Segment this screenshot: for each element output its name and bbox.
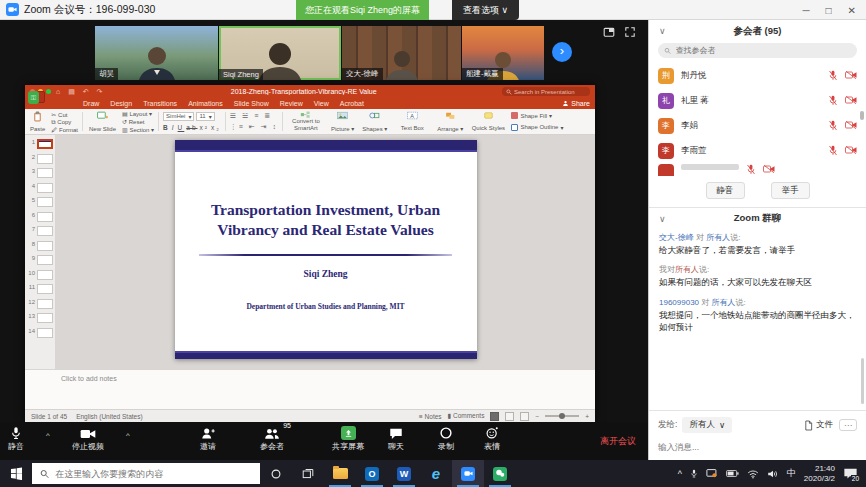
participants-scrollbar[interactable]	[860, 111, 864, 120]
participant-search-input[interactable]	[676, 46, 852, 55]
convert-smartart-button[interactable]: Convert to SmartArt	[287, 110, 325, 133]
chat-scrollbar[interactable]	[861, 358, 864, 404]
taskbar-clock[interactable]: 21:40 2020/3/2	[804, 464, 835, 484]
wechat-button[interactable]	[484, 460, 516, 487]
slide-thumbnail[interactable]: 5	[28, 197, 55, 207]
arrange-button[interactable]: Arrange ▾	[435, 110, 465, 133]
mute-all-button[interactable]: 静音	[706, 182, 745, 199]
shape-fill-button[interactable]: Shape Fill ▾	[511, 112, 563, 119]
notes-pane[interactable]: Click to add notes	[25, 369, 595, 409]
ime-indicator[interactable]: 中	[787, 467, 796, 480]
slide-thumbnail[interactable]: 6	[28, 212, 55, 222]
participant-row[interactable]: 荆 荆丹悦	[649, 63, 866, 88]
slide-thumbnail[interactable]: 2	[28, 154, 55, 164]
participant-search-box[interactable]	[658, 43, 857, 58]
video-options-chevron[interactable]: ^	[126, 431, 130, 440]
ppt-search-box[interactable]: Search in Presentation	[502, 87, 590, 96]
tab-acrobat[interactable]: Acrobat	[340, 100, 364, 107]
mac-zoom-icon[interactable]	[46, 89, 51, 94]
zoom-in-button[interactable]: +	[585, 413, 589, 420]
font-format-buttons[interactable]: BIUabx²x₂	[163, 124, 221, 131]
participant-video-huhao[interactable]: 胡昊	[95, 26, 218, 80]
gallery-view-icon[interactable]	[603, 26, 615, 38]
edge-button[interactable]: e	[420, 460, 452, 487]
view-options-button[interactable]: 查看选项 ∨	[452, 0, 519, 20]
slideshow-view-button[interactable]	[520, 412, 529, 421]
tray-mic-icon[interactable]	[690, 468, 698, 479]
reset-button[interactable]: ↺ Reset	[122, 118, 154, 125]
bold-icon[interactable]: B	[163, 124, 170, 131]
share-screen-button[interactable]: 共享屏幕	[324, 425, 372, 452]
tray-expand-chevron[interactable]: ^	[678, 469, 682, 479]
tab-view[interactable]: View	[314, 100, 329, 107]
font-name-select[interactable]: SimHei▾	[163, 112, 194, 121]
quick-styles-button[interactable]: Quick Styles	[469, 110, 507, 133]
collapse-chevron-icon[interactable]: ∨	[659, 26, 666, 36]
italic-icon[interactable]: I	[172, 124, 176, 131]
subscript-icon[interactable]: x₂	[211, 124, 221, 131]
slide-thumbnail[interactable]: 11	[28, 284, 55, 294]
normal-view-button[interactable]	[490, 412, 499, 421]
participant-row[interactable]: 礼 礼里 蒋	[649, 88, 866, 113]
slide-thumbnail[interactable]: 9	[28, 255, 55, 265]
participant-row[interactable]	[649, 163, 866, 176]
word-button[interactable]: W	[388, 460, 420, 487]
participant-video-xufeng[interactable]: 交大-徐峰	[342, 26, 461, 80]
title-slide[interactable]: Transportation Investment, Urban Vibranc…	[175, 140, 477, 359]
comments-toggle[interactable]: ▮ Comments	[448, 412, 485, 420]
paragraph-icons-row1[interactable]: ☰ ☱ ≡ ≣	[230, 112, 278, 120]
file-button[interactable]: 文件	[804, 419, 833, 431]
windows-start-button[interactable]	[0, 460, 32, 487]
file-explorer-button[interactable]	[324, 460, 356, 487]
audio-options-chevron[interactable]: ^	[46, 431, 50, 440]
wifi-icon[interactable]	[747, 469, 759, 479]
cut-button[interactable]: ✂ Cut	[51, 111, 78, 118]
tab-draw[interactable]: Draw	[83, 100, 99, 107]
layout-button[interactable]: ▤ Layout ▾	[122, 110, 154, 117]
close-button[interactable]: ✕	[848, 5, 856, 16]
chat-more-button[interactable]: ⋯	[839, 419, 857, 431]
mute-button[interactable]: 静音	[8, 425, 24, 452]
chat-button[interactable]: 聊天	[388, 425, 404, 452]
ppt-share-button[interactable]: Share	[562, 98, 590, 109]
task-view-button[interactable]	[292, 460, 324, 487]
record-button[interactable]: 录制	[438, 425, 454, 452]
battery-icon[interactable]	[726, 469, 739, 478]
chat-message-input[interactable]	[658, 442, 857, 452]
slide-thumbnail[interactable]: 7	[28, 226, 55, 236]
strikethrough-icon[interactable]: ab	[186, 124, 197, 131]
slide-thumbnail[interactable]: 1	[28, 139, 55, 149]
tab-transitions[interactable]: Transitions	[143, 100, 177, 107]
participants-button[interactable]: 95 参会者	[260, 425, 284, 452]
maximize-button[interactable]: □	[826, 5, 832, 16]
fullscreen-icon[interactable]	[624, 26, 636, 38]
speaker-icon[interactable]	[767, 469, 779, 479]
font-size-select[interactable]: 11▾	[196, 112, 214, 121]
zoom-out-button[interactable]: −	[535, 413, 539, 420]
notes-toggle[interactable]: ≡ Notes	[419, 413, 442, 420]
collapse-chevron-icon[interactable]: ∨	[659, 214, 666, 224]
slide-thumbnail[interactable]: 3	[28, 168, 55, 178]
leave-meeting-button[interactable]: 离开会议	[600, 435, 636, 448]
tab-review[interactable]: Review	[280, 100, 303, 107]
paste-button[interactable]: Paste	[28, 110, 47, 133]
language-indicator[interactable]: English (United States)	[76, 413, 142, 420]
superscript-icon[interactable]: x²	[200, 124, 209, 131]
taskbar-search-box[interactable]	[32, 463, 260, 484]
taskbar-search-input[interactable]	[55, 469, 252, 479]
slide-thumbnail[interactable]: 13	[28, 313, 55, 323]
zoom-app-button[interactable]	[452, 460, 484, 487]
notification-center-button[interactable]: 20	[843, 467, 858, 480]
raise-hand-button[interactable]: 举手	[771, 182, 810, 199]
slide-thumbnail[interactable]: 4	[28, 183, 55, 193]
new-slide-button[interactable]: New Slide	[87, 110, 118, 133]
participant-row[interactable]: 李 李雨萱	[649, 138, 866, 163]
invite-button[interactable]: 邀请	[200, 425, 216, 452]
tab-animations[interactable]: Animations	[188, 100, 223, 107]
picture-button[interactable]: Picture ▾	[329, 110, 356, 133]
format-painter-button[interactable]: 🖉 Format	[51, 127, 78, 133]
shape-outline-button[interactable]: Shape Outline ▾	[511, 124, 563, 131]
participant-row[interactable]: 李 李娟	[649, 113, 866, 138]
tab-design[interactable]: Design	[110, 100, 132, 107]
outlook-button[interactable]: O	[356, 460, 388, 487]
